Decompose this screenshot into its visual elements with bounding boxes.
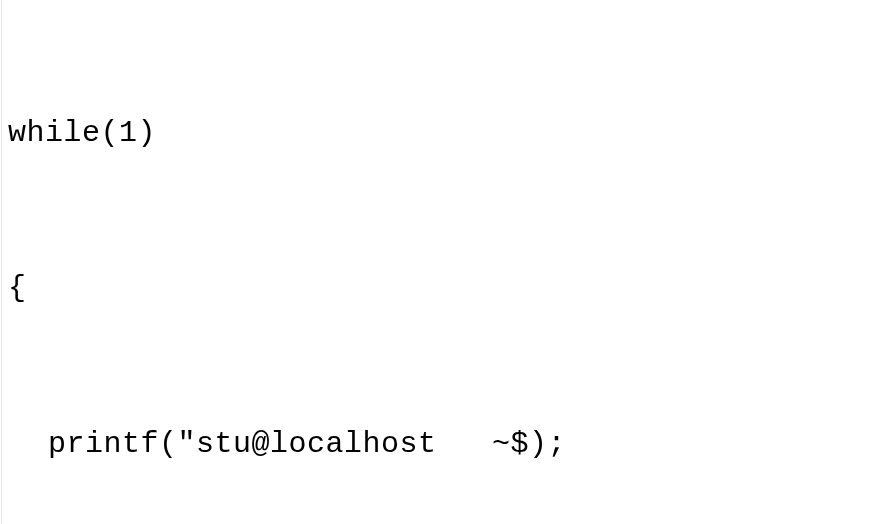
editor-margin-line [1, 0, 2, 524]
code-line-while: while(1) [8, 108, 887, 160]
fold-indicator: □ [0, 268, 2, 276]
code-line-open-brace: { [8, 263, 887, 315]
code-line-printf: printf("stu@localhost ~$); [8, 419, 887, 471]
code-snippet: while(1) { printf("stu@localhost ~$); ch… [8, 4, 887, 524]
